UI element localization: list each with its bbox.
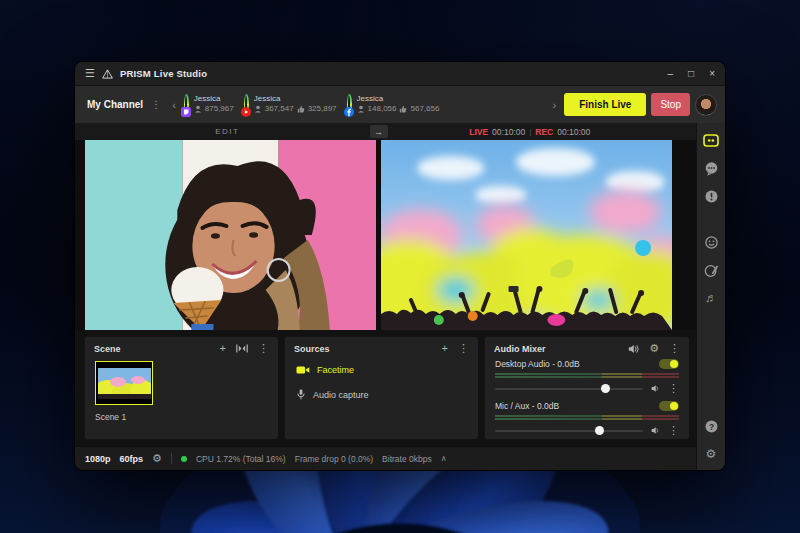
camera-icon bbox=[296, 365, 310, 375]
fps-label[interactable]: 60fps bbox=[120, 454, 144, 464]
desktop: { "colors": { "accent": "#e9f222", "stop… bbox=[0, 0, 800, 533]
vu-meter bbox=[495, 373, 679, 378]
audio-mixer-panel: Audio Mixer ⚙ ⋮ Des bbox=[485, 337, 689, 439]
right-sidebar: ♬ ? ⚙ bbox=[696, 123, 725, 470]
likes-icon bbox=[399, 105, 407, 113]
channel-speaker-icon[interactable] bbox=[651, 426, 660, 435]
channel-name: Jessica bbox=[357, 95, 440, 104]
sources-panel: Sources + ⋮ Facetime bbox=[285, 337, 478, 439]
channel-avatar bbox=[244, 94, 249, 115]
channel-chip-facebook[interactable]: Jessica 148,056 567,656 bbox=[347, 94, 440, 115]
live-timer: 00:10:00 bbox=[492, 127, 525, 137]
sources-panel-title: Sources bbox=[294, 344, 330, 354]
volume-slider[interactable] bbox=[495, 430, 643, 432]
mic-icon bbox=[296, 389, 306, 400]
finish-live-button[interactable]: Finish Live bbox=[564, 93, 646, 116]
mixer-channel-mic-aux: Mic / Aux - 0.0dB bbox=[495, 401, 679, 436]
facebook-badge-icon bbox=[344, 107, 354, 117]
mixer-channel-toggle[interactable] bbox=[659, 359, 679, 369]
channel-name: Jessica bbox=[194, 95, 234, 104]
maximize-button[interactable]: □ bbox=[688, 68, 694, 79]
close-button[interactable]: × bbox=[709, 68, 715, 79]
bitrate-stat: Bitrate 0kbps bbox=[382, 454, 432, 464]
channel-chip-youtube[interactable]: Jessica 367,547 325,897 bbox=[244, 94, 337, 115]
rec-label: REC bbox=[535, 127, 553, 137]
output-settings-icon[interactable]: ⚙ bbox=[152, 452, 162, 465]
sources-menu-icon[interactable]: ⋮ bbox=[458, 343, 469, 354]
window-controls: – □ × bbox=[668, 68, 715, 79]
followers-count: 148,056 bbox=[368, 105, 397, 114]
add-scene-icon[interactable]: + bbox=[220, 343, 226, 354]
edit-preview-canvas[interactable] bbox=[85, 140, 376, 330]
app-window: ☰ PRISM Live Studio – □ × My Channel ⋮ ‹ bbox=[75, 62, 725, 470]
channel-name: Jessica bbox=[254, 95, 337, 104]
channel-menu-icon[interactable]: ⋮ bbox=[668, 383, 679, 394]
status-divider bbox=[171, 453, 172, 464]
mixer-menu-icon[interactable]: ⋮ bbox=[669, 343, 680, 354]
stickers-draw-icon[interactable] bbox=[703, 262, 719, 278]
app-title: PRISM Live Studio bbox=[120, 68, 207, 79]
minimize-button[interactable]: – bbox=[668, 68, 674, 79]
channels-next-icon[interactable]: › bbox=[550, 99, 560, 111]
settings-gear-icon[interactable]: ⚙ bbox=[703, 446, 719, 462]
channel-bar: My Channel ⋮ ‹ Jessica bbox=[75, 85, 725, 123]
scene-thumbnail[interactable] bbox=[95, 361, 153, 405]
stop-button[interactable]: Stop bbox=[651, 93, 690, 116]
preview-status-row: EDIT → LIVE 00:10:00 | REC 00:10:00 bbox=[75, 123, 696, 140]
alerts-icon[interactable] bbox=[703, 188, 719, 204]
followers-icon bbox=[357, 105, 365, 113]
mixer-settings-icon[interactable]: ⚙ bbox=[649, 343, 659, 354]
frame-drop-stat: Frame drop 0 (0.0%) bbox=[295, 454, 373, 464]
chat-icon[interactable] bbox=[703, 160, 719, 176]
likes-count: 325,897 bbox=[308, 105, 337, 114]
channel-avatar bbox=[347, 94, 352, 115]
my-studio-icon[interactable] bbox=[703, 132, 719, 148]
mixer-speaker-icon[interactable] bbox=[628, 344, 639, 354]
volume-slider-knob[interactable] bbox=[601, 384, 610, 393]
apply-to-live-button[interactable]: → bbox=[370, 125, 388, 138]
scene-transition-icon[interactable] bbox=[236, 344, 248, 353]
scene-menu-icon[interactable]: ⋮ bbox=[258, 343, 269, 354]
scene-panel-title: Scene bbox=[94, 344, 121, 354]
mixer-channel-desktop-audio: Desktop Audio - 0.0dB bbox=[495, 359, 679, 394]
my-channel-menu-icon[interactable]: ⋮ bbox=[148, 99, 164, 110]
user-avatar[interactable] bbox=[695, 94, 717, 116]
music-icon[interactable]: ♬ bbox=[703, 290, 719, 306]
beauty-effects-icon[interactable] bbox=[703, 234, 719, 250]
help-icon[interactable]: ? bbox=[703, 418, 719, 434]
scene-panel: Scene + ⋮ bbox=[85, 337, 278, 439]
hamburger-menu-icon[interactable]: ☰ bbox=[85, 68, 95, 79]
channel-speaker-icon[interactable] bbox=[651, 384, 660, 393]
channel-list: Jessica 875,967 bbox=[184, 94, 545, 115]
mixer-channel-toggle[interactable] bbox=[659, 401, 679, 411]
channel-avatar bbox=[184, 94, 189, 115]
edit-label: EDIT bbox=[215, 127, 239, 136]
live-label: LIVE bbox=[469, 127, 488, 137]
my-channel-label: My Channel bbox=[81, 99, 143, 110]
followers-count: 367,547 bbox=[265, 105, 294, 114]
add-source-icon[interactable]: + bbox=[442, 343, 448, 354]
title-bar[interactable]: ☰ PRISM Live Studio – □ × bbox=[75, 62, 725, 85]
source-label: Facetime bbox=[317, 365, 354, 375]
prism-logo-icon bbox=[102, 69, 113, 79]
scene-name-label: Scene 1 bbox=[95, 412, 268, 422]
stats-expand-icon[interactable]: ∧ bbox=[441, 454, 447, 463]
mixer-panel-title: Audio Mixer bbox=[494, 344, 546, 354]
volume-slider[interactable] bbox=[495, 388, 643, 390]
volume-slider-knob[interactable] bbox=[595, 426, 604, 435]
source-label: Audio capture bbox=[313, 390, 369, 400]
channel-chip-twitch[interactable]: Jessica 875,967 bbox=[184, 94, 234, 115]
rec-timer: 00:10:00 bbox=[557, 127, 590, 137]
channel-menu-icon[interactable]: ⋮ bbox=[668, 425, 679, 436]
mixer-channel-label: Mic / Aux - 0.0dB bbox=[495, 401, 659, 411]
vu-meter bbox=[495, 415, 679, 420]
likes-count: 567,656 bbox=[410, 105, 439, 114]
resolution-label[interactable]: 1080p bbox=[85, 454, 111, 464]
youtube-badge-icon bbox=[241, 107, 251, 117]
source-item-facetime[interactable]: Facetime bbox=[285, 358, 478, 382]
followers-count: 875,967 bbox=[205, 105, 234, 114]
stream-health-indicator bbox=[181, 456, 187, 462]
source-item-audio-capture[interactable]: Audio capture bbox=[285, 382, 478, 407]
followers-icon bbox=[194, 105, 202, 113]
channels-prev-icon[interactable]: ‹ bbox=[169, 99, 179, 111]
